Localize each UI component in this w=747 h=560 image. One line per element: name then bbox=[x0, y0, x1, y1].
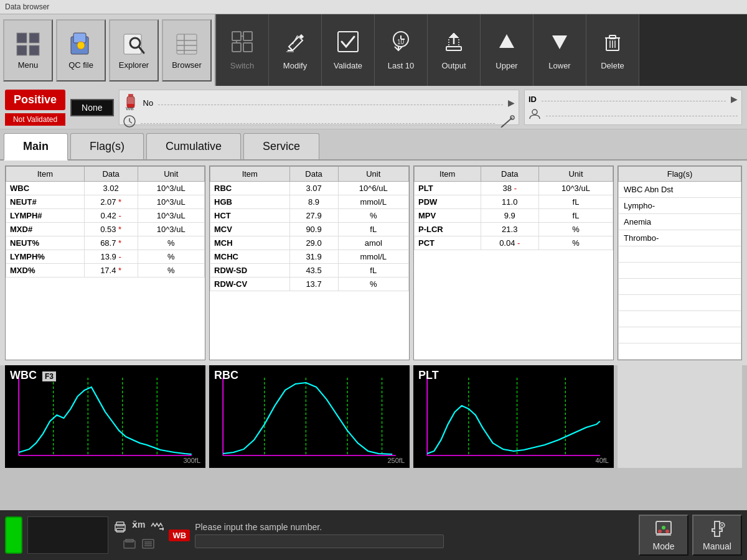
wbc-chart-label: WBC F3 bbox=[10, 369, 56, 382]
modify-button[interactable]: Modify bbox=[269, 14, 322, 86]
svg-rect-15 bbox=[232, 32, 241, 40]
lower-icon bbox=[548, 30, 571, 57]
cell-unit: % bbox=[338, 209, 408, 223]
output-icon bbox=[443, 30, 465, 57]
mode-button[interactable]: Mode bbox=[639, 515, 688, 556]
rbc-col-item: Item bbox=[210, 167, 290, 182]
cell-data: 90.9 bbox=[289, 223, 338, 236]
cell-item: PLT bbox=[415, 182, 481, 195]
cell-data: 2.07 * bbox=[84, 195, 138, 209]
table-row: RDW-CV 13.7 % bbox=[210, 278, 409, 291]
explorer-icon bbox=[120, 30, 148, 58]
bottom-right-buttons: Mode Manual bbox=[639, 515, 742, 556]
svg-rect-0 bbox=[17, 33, 27, 43]
flag-item-text: Anemia bbox=[619, 214, 741, 230]
cell-data: 29.0 bbox=[289, 236, 338, 250]
charts-area: WBC F3 300fL RBC bbox=[0, 365, 747, 473]
list-item: Lympho- bbox=[619, 198, 741, 214]
svg-rect-10 bbox=[177, 34, 197, 54]
tab-flags[interactable]: Flag(s) bbox=[70, 133, 144, 159]
print-icon[interactable] bbox=[113, 520, 127, 533]
bottom-icons-panel: x̄m bbox=[113, 520, 164, 551]
status-row: Positive Not Validated None WB No ▶ bbox=[0, 86, 747, 129]
qcfile-label: QC file bbox=[68, 60, 93, 70]
cell-item: MPV bbox=[415, 209, 481, 223]
wave-icon[interactable] bbox=[150, 520, 164, 533]
output-label: Output bbox=[441, 61, 466, 70]
switch-button[interactable]: Switch bbox=[216, 14, 269, 86]
rbc-col-data: Data bbox=[289, 167, 338, 182]
lower-button[interactable]: Lower bbox=[533, 14, 586, 86]
output-button[interactable]: Output bbox=[428, 14, 481, 86]
table-row: NEUT% 68.7 * % bbox=[6, 236, 205, 250]
cell-data: 3.02 bbox=[84, 182, 138, 195]
last10-button[interactable]: 10 Last 10 bbox=[375, 14, 428, 86]
rbc-col-unit: Unit bbox=[338, 167, 408, 182]
cell-data: 31.9 bbox=[289, 250, 338, 264]
rbc-table: Item Data Unit RBC 3.07 10^6/uL HGB 8.9 … bbox=[209, 166, 410, 360]
tab-service[interactable]: Service bbox=[243, 133, 319, 159]
cell-item: HCT bbox=[210, 209, 290, 223]
delete-button[interactable]: Delete bbox=[586, 14, 639, 86]
manual-label: Manual bbox=[703, 541, 731, 551]
flag-item-text bbox=[619, 295, 741, 311]
mode-label: Mode bbox=[652, 541, 674, 551]
list-item bbox=[619, 279, 741, 295]
rbc-chart: RBC 250fL bbox=[209, 365, 410, 468]
cell-data: 13.9 - bbox=[84, 250, 138, 264]
validate-icon bbox=[337, 30, 359, 57]
list-item bbox=[619, 327, 741, 343]
cell-unit: mmol/L bbox=[338, 250, 408, 264]
cell-item: NEUT% bbox=[6, 236, 85, 250]
explorer-button[interactable]: Explorer bbox=[109, 19, 159, 82]
upper-button[interactable]: Upper bbox=[481, 14, 533, 86]
svg-rect-34 bbox=[609, 35, 616, 39]
menu-label: Menu bbox=[18, 60, 39, 70]
svg-rect-16 bbox=[243, 32, 252, 40]
manual-button[interactable]: Manual bbox=[692, 515, 742, 556]
qcfile-button[interactable]: QC file bbox=[56, 19, 106, 82]
print2-icon[interactable] bbox=[123, 537, 136, 551]
cell-item: P-LCR bbox=[415, 223, 481, 236]
browser-button[interactable]: Browser bbox=[162, 19, 212, 82]
flag-item-text bbox=[619, 279, 741, 295]
wbc-col-item: Item bbox=[6, 167, 85, 182]
tab-cumulative[interactable]: Cumulative bbox=[146, 133, 241, 159]
cell-item: RBC bbox=[210, 182, 290, 195]
title-bar: Data browser bbox=[0, 0, 747, 14]
cell-unit: 10^3/uL bbox=[138, 195, 205, 209]
tab-main[interactable]: Main bbox=[4, 133, 68, 161]
status-led bbox=[5, 516, 22, 554]
modify-icon bbox=[284, 30, 306, 57]
clock-icon bbox=[123, 115, 136, 128]
sample-info-panel: WB No ▶ bbox=[119, 90, 520, 125]
cell-unit: % bbox=[138, 264, 205, 278]
svg-rect-17 bbox=[232, 43, 241, 52]
list-item bbox=[619, 343, 741, 360]
delete-icon bbox=[601, 30, 624, 57]
table-row: WBC 3.02 10^3/uL bbox=[6, 182, 205, 195]
validate-label: Validate bbox=[334, 61, 362, 70]
lower-label: Lower bbox=[548, 61, 570, 70]
delete-label: Delete bbox=[601, 61, 624, 70]
id-label: ID bbox=[529, 95, 537, 104]
sample-number-input[interactable] bbox=[195, 534, 444, 548]
list-icon[interactable] bbox=[141, 537, 155, 551]
upper-label: Upper bbox=[496, 61, 517, 70]
cell-data: 11.0 bbox=[481, 195, 538, 209]
pipette-icon bbox=[500, 115, 515, 128]
cell-data: 9.9 bbox=[481, 209, 538, 223]
manual-icon bbox=[707, 519, 727, 539]
id-section: ID ▶ bbox=[524, 90, 742, 125]
qcfile-icon bbox=[67, 30, 95, 58]
id-arrow-icon: ▶ bbox=[731, 94, 738, 104]
modify-label: Modify bbox=[283, 61, 307, 70]
wbc-chart: WBC F3 300fL bbox=[5, 365, 205, 468]
switch-icon bbox=[231, 30, 253, 57]
svg-rect-18 bbox=[243, 43, 252, 52]
validate-button[interactable]: Validate bbox=[322, 14, 375, 86]
data-area: Item Data Unit WBC 3.02 10^3/uL NEUT# 2.… bbox=[0, 161, 747, 365]
menu-button[interactable]: Menu bbox=[3, 19, 53, 82]
browser-icon bbox=[173, 30, 200, 58]
svg-marker-30 bbox=[499, 34, 514, 48]
